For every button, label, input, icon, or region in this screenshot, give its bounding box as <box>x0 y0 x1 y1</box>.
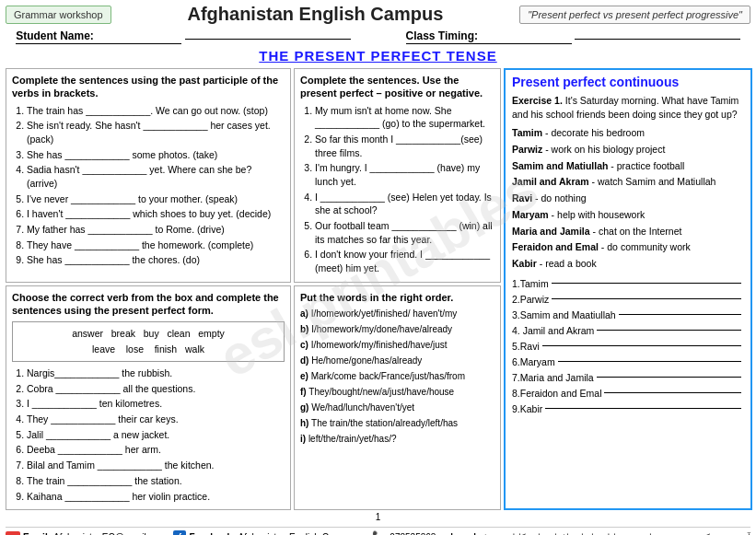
main-title: THE PRESENT PERFECT TENSE <box>6 48 750 64</box>
answer-line-item: 2.Parwiz <box>512 294 744 305</box>
list-item: Jalil ____________ a new jacket. <box>27 428 285 442</box>
phone-icon: 📞 <box>372 530 386 535</box>
exercise-intro: Exercise 1. It's Saturday morning. What … <box>512 94 744 121</box>
school-title: Afghanistan English Campus <box>111 4 520 25</box>
put-words-item: d) He/home/gone/has/already <box>300 355 494 367</box>
facebook-icon: f <box>173 530 186 535</box>
topic-badge: "Present perfect vs present perfect prog… <box>519 6 750 24</box>
activity-item: Maryam - help with housework <box>512 208 744 222</box>
put-words-item: a) I/homework/yet/finished/ haven't/my <box>300 308 494 320</box>
activity-item: Feraidon and Emal - do community work <box>512 240 744 254</box>
activity-item: Maria and Jamila - chat on the Internet <box>512 225 744 238</box>
list-item: I don't know your friend. I ____________… <box>315 248 494 274</box>
list-item: The train ____________ the station. <box>27 474 285 488</box>
put-words-item: i) left/the/train/yet/has/? <box>300 433 494 446</box>
list-item: So far this month I ____________(see) th… <box>315 133 494 159</box>
section2-list: My mum isn't at home now. She __________… <box>300 104 494 275</box>
footer-email: ✉ Email: AfghanistanEC@gmail.com <box>6 531 166 535</box>
list-item: Cobra ____________ all the questions. <box>27 382 285 396</box>
list-item: Nargis____________ the rubbish. <box>27 366 285 380</box>
list-item: They ____________ their car keys. <box>27 413 285 426</box>
section3-title: Choose the correct verb from the box and… <box>12 291 285 318</box>
footer-left: ✉ Email: AfghanistanEC@gmail.com f Faceb… <box>6 530 356 535</box>
list-item: I've never ____________ to your mother. … <box>27 192 285 206</box>
put-words-item: h) The train/the station/already/left/ha… <box>300 417 494 430</box>
email-icon: ✉ <box>6 531 20 535</box>
page-number: 1 <box>6 512 750 522</box>
put-words-item: b) I/homework/my/done/have/already <box>300 323 494 336</box>
list-item: The train has ____________. We can go ou… <box>27 104 285 118</box>
list-item: I haven't ____________ which shoes to bu… <box>27 207 285 221</box>
list-item: Kaihana ____________ her violin practice… <box>27 490 285 504</box>
activity-item: Samim and Matiullah - practice football <box>512 159 744 173</box>
student-name-field[interactable] <box>185 29 351 40</box>
right-panel-title: Present perfect continuous <box>512 75 744 89</box>
list-item: My father has ____________ to Rome. (dri… <box>27 223 285 237</box>
list-item: Bilal and Tamim ____________ the kitchen… <box>27 459 285 472</box>
answer-line-item: 3.Samim and Maatiullah <box>512 309 744 320</box>
section2-title: Complete the sentences. Use the present … <box>300 74 494 100</box>
list-item: She has ____________ some photos. (take) <box>27 148 285 162</box>
section-put-words: Put the words in the right order. a) I/h… <box>294 285 501 510</box>
footer: ✉ Email: AfghanistanEC@gmail.com f Faceb… <box>6 527 750 535</box>
list-item: Our football team ____________ (win) all… <box>315 219 494 246</box>
footer-facebook: f Facebook: Afghanistan English Campus <box>173 530 355 535</box>
answer-line-item: 6.Maryam <box>512 356 744 367</box>
section-past-participle: Complete the sentences using the past pa… <box>6 68 291 283</box>
put-words-item: e) Mark/come back/France/just/has/from <box>300 370 494 383</box>
list-item: I'm hungry. I ____________ (have) my lun… <box>315 161 494 188</box>
class-timing-field[interactable] <box>575 29 740 40</box>
student-name-label: Student Name: <box>16 29 350 44</box>
answer-line-item: 7.Maria and Jamila <box>512 372 744 383</box>
content-grid: Complete the sentences using the past pa… <box>6 68 750 510</box>
list-item: Deeba ____________ her arm. <box>27 443 285 457</box>
activity-item: Parwiz - work on his biology project <box>512 143 744 157</box>
answer-line-item: 9.Kabir <box>512 403 744 414</box>
list-item: They have ____________ the homework. (co… <box>27 238 285 252</box>
section4-list: a) I/homework/yet/finished/ haven't/myb)… <box>300 308 494 446</box>
exercise-label: Exercise 1. <box>512 95 563 106</box>
section3-list: Nargis____________ the rubbish.Cobra ___… <box>12 366 285 503</box>
answer-line-item: 4. Jamil and Akram <box>512 325 744 336</box>
section1-title: Complete the sentences using the past pa… <box>12 74 285 100</box>
answer-line-item: 8.Feraidon and Emal <box>512 388 744 399</box>
section-choose-verb: Choose the correct verb from the box and… <box>6 285 291 510</box>
section4-title: Put the words in the right order. <box>300 291 494 304</box>
footer-phone: 📞 078535868 شماره تماس: <box>372 530 492 535</box>
put-words-item: f) They/bought/new/a/just/have/house <box>300 386 494 399</box>
activity-item: Kabir - read a book <box>512 257 744 271</box>
section1-list: The train has ____________. We can go ou… <box>12 104 285 268</box>
activity-item: Ravi - do nothing <box>512 192 744 205</box>
list-item: She has ____________ the chores. (do) <box>27 253 285 267</box>
grammar-badge: Grammar workshop <box>6 6 111 24</box>
header: Grammar workshop Afghanistan English Cam… <box>6 4 750 25</box>
answer-line-item: 5.Ravi <box>512 341 744 352</box>
activity-item: Tamim - decorate his bedroom <box>512 126 744 140</box>
activities-list: Tamim - decorate his bedroomParwiz - wor… <box>512 126 744 270</box>
list-item: Sadia hasn't ____________ yet. Where can… <box>27 163 285 190</box>
list-item: I ____________ ten kilometres. <box>27 397 285 411</box>
list-item: She isn't ready. She hasn't ____________… <box>27 119 285 145</box>
answer-lines: 1.Tamim2.Parwiz3.Samim and Maatiullah4. … <box>512 278 744 414</box>
class-timing-label: Class Timing: <box>406 29 740 44</box>
list-item: I ____________ (see) Helen yet today. Is… <box>315 191 494 217</box>
put-words-item: g) We/had/lunch/haven't/yet <box>300 401 494 414</box>
student-info-row: Student Name: Class Timing: <box>6 29 750 44</box>
answer-line-item: 1.Tamim <box>512 278 744 289</box>
activity-item: Jamil and Akram - watch Samim and Matiul… <box>512 175 744 189</box>
right-panel: Present perfect continuous Exercise 1. I… <box>504 68 752 510</box>
list-item: My mum isn't at home now. She __________… <box>315 104 494 131</box>
word-box: answer break buy clean empty leave lose … <box>12 321 285 362</box>
put-words-item: c) I/homework/my/finished/have/just <box>300 339 494 352</box>
page: Grammar workshop Afghanistan English Cam… <box>0 0 756 535</box>
section-present-perfect-posneg: Complete the sentences. Use the present … <box>294 68 501 283</box>
